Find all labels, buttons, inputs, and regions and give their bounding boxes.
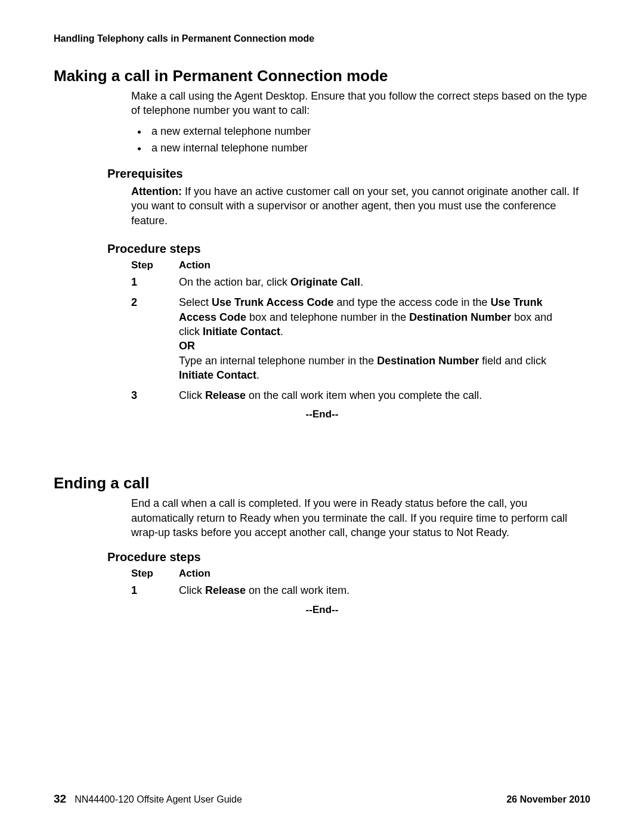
col-step-header: Step xyxy=(131,568,179,580)
bullet-item: a new external telephone number xyxy=(148,124,590,138)
step-bold: Destination Number xyxy=(409,311,511,323)
step-number: 2 xyxy=(131,295,179,382)
section1-title: Making a call in Permanent Connection mo… xyxy=(54,67,590,85)
section1-steps-table: Step Action 1 On the action bar, click O… xyxy=(131,259,590,402)
col-step-header: Step xyxy=(131,259,179,271)
step-action: On the action bar, click Originate Call. xyxy=(179,275,561,289)
step-bold: Destination Number xyxy=(377,355,479,367)
step-bold: Originate Call xyxy=(290,276,360,288)
step-bold: Release xyxy=(205,584,246,596)
step-bold: Use Trunk Access Code xyxy=(212,296,333,308)
step-number: 1 xyxy=(131,583,179,597)
step-text: On the action bar, click xyxy=(179,276,290,288)
step-text: box and telephone number in the xyxy=(246,311,409,323)
document-id: NN44400-120 Offsite Agent User Guide xyxy=(75,794,242,805)
step-or: OR xyxy=(179,339,561,353)
step-bold: Initiate Contact xyxy=(203,326,280,337)
step-text: . xyxy=(360,276,363,288)
step-text: field and click xyxy=(479,355,546,367)
step-bold: Release xyxy=(205,389,246,401)
step-text: Type an internal telephone number in the xyxy=(179,355,377,367)
col-action-header: Action xyxy=(179,259,210,271)
document-page: Handling Telephony calls in Permanent Co… xyxy=(0,0,644,833)
step-text: . xyxy=(280,326,283,337)
section2-steps-table: Step Action 1 Click Release on the call … xyxy=(131,568,590,597)
step-text: Select xyxy=(179,296,212,308)
page-footer: 32 NN44400-120 Offsite Agent User Guide … xyxy=(54,792,590,806)
end-marker: --End-- xyxy=(131,408,513,420)
end-marker: --End-- xyxy=(131,604,513,616)
footer-left: 32 NN44400-120 Offsite Agent User Guide xyxy=(54,792,242,806)
table-row: 3 Click Release on the call work item wh… xyxy=(131,388,590,402)
procedure-steps-heading: Procedure steps xyxy=(107,550,590,564)
table-row: 1 Click Release on the call work item. xyxy=(131,583,590,597)
step-text: on the call work item when you complete … xyxy=(246,389,482,401)
attention-text: If you have an active customer call on y… xyxy=(131,185,578,227)
step-action: Click Release on the call work item when… xyxy=(179,388,561,402)
section2-title: Ending a call xyxy=(54,474,590,493)
attention-block: Attention: If you have an active custome… xyxy=(131,184,590,228)
page-number: 32 xyxy=(54,792,66,806)
step-number: 3 xyxy=(131,388,179,402)
procedure-steps-heading: Procedure steps xyxy=(107,242,590,256)
section1-bullets: a new external telephone number a new in… xyxy=(131,124,590,156)
step-action: Select Use Trunk Access Code and type th… xyxy=(179,295,561,382)
step-number: 1 xyxy=(131,275,179,289)
bullet-item: a new internal telephone number xyxy=(148,141,590,155)
table-header: Step Action xyxy=(131,259,590,271)
step-bold: Initiate Contact xyxy=(179,369,256,381)
section2-intro: End a call when a call is completed. If … xyxy=(131,496,590,540)
section1-intro: Make a call using the Agent Desktop. Ens… xyxy=(131,89,590,118)
attention-label: Attention: xyxy=(131,185,182,197)
running-header: Handling Telephony calls in Permanent Co… xyxy=(54,33,590,44)
step-text: Click xyxy=(179,584,205,596)
step-text: and type the access code in the xyxy=(333,296,490,308)
step-text: . xyxy=(256,369,259,381)
table-header: Step Action xyxy=(131,568,590,580)
table-row: 1 On the action bar, click Originate Cal… xyxy=(131,275,590,289)
step-action: Click Release on the call work item. xyxy=(179,583,561,597)
step-text: on the call work item. xyxy=(246,584,349,596)
prerequisites-heading: Prerequisites xyxy=(107,167,590,181)
footer-date: 26 November 2010 xyxy=(506,794,590,805)
col-action-header: Action xyxy=(179,568,210,580)
table-row: 2 Select Use Trunk Access Code and type … xyxy=(131,295,590,382)
step-text: Click xyxy=(179,389,205,401)
